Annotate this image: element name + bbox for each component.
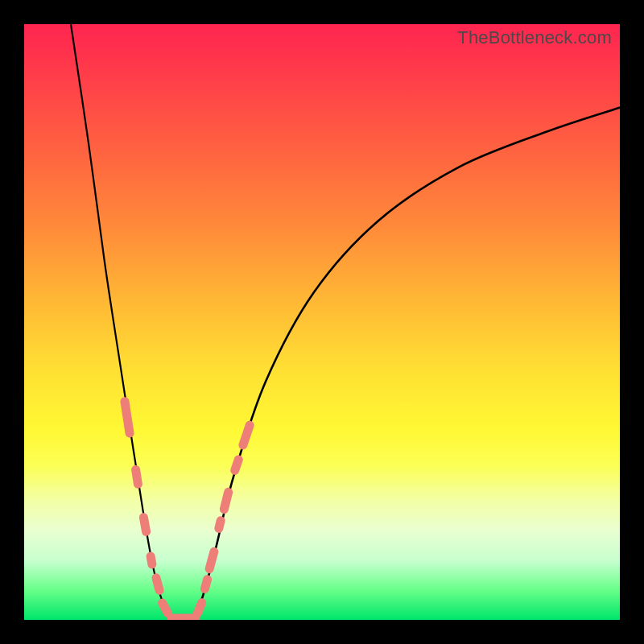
right-marker-6 bbox=[243, 425, 250, 445]
right-marker-3 bbox=[219, 521, 221, 529]
right-marker-5 bbox=[235, 460, 238, 470]
chart-svg bbox=[24, 24, 620, 620]
plot-area: TheBottleneck.com bbox=[24, 24, 620, 620]
left-marker-0 bbox=[125, 402, 130, 434]
left-marker-1 bbox=[136, 470, 138, 485]
left-curve bbox=[71, 24, 172, 620]
left-marker-5 bbox=[163, 603, 168, 613]
right-marker-4 bbox=[224, 492, 228, 509]
left-marker-4 bbox=[156, 578, 159, 590]
right-curve bbox=[193, 108, 620, 620]
curve-layer bbox=[71, 24, 620, 620]
right-marker-0 bbox=[197, 603, 201, 613]
right-marker-2 bbox=[209, 551, 214, 568]
outer-frame: TheBottleneck.com bbox=[0, 0, 644, 644]
right-marker-1 bbox=[204, 580, 207, 589]
left-marker-3 bbox=[151, 556, 152, 564]
left-marker-2 bbox=[143, 518, 146, 532]
